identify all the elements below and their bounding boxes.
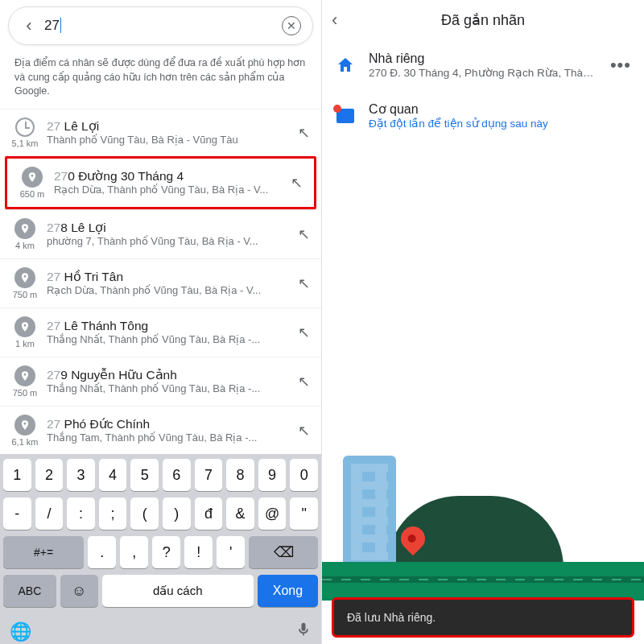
result-title: 278 Lê Lợi bbox=[47, 221, 293, 235]
label-sub: Đặt đột lần để tiện sử dụng sau này bbox=[369, 117, 631, 130]
more-icon[interactable]: ••• bbox=[610, 55, 631, 76]
labels-list: Nhà riêng270 Đ. 30 Tháng 4, Phường Rạch … bbox=[322, 40, 644, 141]
result-sub: Thắng Tam, Thành phố Vũng Tàu, Bà Rịa -.… bbox=[47, 431, 293, 444]
pin-icon bbox=[14, 415, 35, 436]
insert-arrow-icon[interactable]: ↖ bbox=[293, 275, 310, 292]
map-pin-icon bbox=[401, 526, 425, 551]
key[interactable]: ! bbox=[184, 536, 213, 568]
key[interactable]: & bbox=[226, 497, 254, 530]
key[interactable]: 8 bbox=[226, 459, 254, 491]
pin-icon bbox=[14, 365, 35, 386]
result-title: 27 Lê Thánh Tông bbox=[47, 319, 293, 333]
key[interactable]: " bbox=[290, 497, 318, 530]
key[interactable]: ⌫ bbox=[249, 536, 318, 568]
key[interactable]: @ bbox=[258, 497, 287, 530]
search-input[interactable]: 27 bbox=[38, 18, 282, 34]
key[interactable]: / bbox=[35, 497, 64, 530]
toast-text: Đã lưu Nhà riêng. bbox=[347, 611, 436, 624]
result-title: 270 Đường 30 Tháng 4 bbox=[54, 169, 286, 184]
result-title: 27 Phó Đức Chính bbox=[47, 417, 293, 431]
distance: 750 m bbox=[13, 388, 38, 398]
result-title: 279 Nguyễn Hữu Cảnh bbox=[47, 368, 293, 382]
globe-icon[interactable]: 🌐 bbox=[10, 621, 31, 642]
insert-arrow-icon[interactable]: ↖ bbox=[293, 124, 310, 142]
label-title: Cơ quan bbox=[369, 101, 631, 117]
key[interactable]: ; bbox=[99, 497, 127, 530]
illustration bbox=[322, 448, 644, 601]
search-result-row[interactable]: 1 km27 Lê Thánh TôngThắng Nhất, Thành ph… bbox=[0, 308, 321, 357]
search-result-row[interactable]: 750 m27 Hồ Tri TânRạch Dừa, Thành phố Vũ… bbox=[0, 258, 321, 308]
key[interactable]: 3 bbox=[67, 459, 95, 491]
back-icon[interactable]: ‹ bbox=[332, 10, 351, 31]
pin-icon bbox=[14, 267, 35, 288]
key[interactable]: đ bbox=[195, 497, 223, 530]
search-bar: ‹ 27 ✕ bbox=[8, 6, 313, 45]
privacy-note: Địa điểm cá nhân sẽ được dùng để đưa ra … bbox=[0, 50, 321, 109]
key[interactable]: 2 bbox=[35, 459, 64, 491]
pin-icon bbox=[14, 316, 35, 337]
back-icon[interactable]: ‹ bbox=[20, 15, 38, 36]
distance: 1 km bbox=[15, 339, 35, 349]
label-sub: 270 Đ. 30 Tháng 4, Phường Rạch Rừa, Thàn… bbox=[369, 66, 597, 79]
home-icon bbox=[335, 55, 356, 76]
pin-icon bbox=[14, 218, 35, 239]
key[interactable]: ' bbox=[217, 536, 245, 568]
result-sub: Thành phố Vũng Tàu, Bà Rịa - Vũng Tàu bbox=[47, 134, 293, 146]
history-icon bbox=[15, 118, 35, 137]
result-title: 27 Hồ Tri Tân bbox=[47, 270, 293, 284]
search-result-row[interactable]: 4 km278 Lê Lợiphường 7, Thành phố Vũng T… bbox=[0, 209, 321, 258]
key[interactable]: 6 bbox=[163, 459, 191, 491]
key[interactable]: - bbox=[3, 497, 31, 530]
keyboard-bottom-bar: 🌐 bbox=[0, 617, 321, 644]
result-sub: Thắng Nhất, Thành phố Vũng Tàu, Bà Rịa -… bbox=[47, 382, 293, 394]
toast: Đã lưu Nhà riêng. bbox=[332, 597, 634, 638]
label-title: Nhà riêng bbox=[369, 52, 597, 66]
key[interactable]: 9 bbox=[258, 459, 287, 491]
insert-arrow-icon[interactable]: ↖ bbox=[293, 324, 310, 341]
insert-arrow-icon[interactable]: ↖ bbox=[286, 174, 303, 192]
work-icon bbox=[335, 105, 356, 126]
label-item[interactable]: Cơ quanĐặt đột lần để tiện sử dụng sau n… bbox=[322, 90, 644, 141]
result-sub: Rạch Dừa, Thành phố Vũng Tàu, Bà Rịa - V… bbox=[54, 184, 286, 196]
key[interactable]: dấu cách bbox=[102, 575, 254, 607]
clear-icon[interactable]: ✕ bbox=[282, 16, 301, 35]
search-result-row[interactable]: 5,1 km27 Lê LợiThành phố Vũng Tàu, Bà Rị… bbox=[0, 109, 321, 156]
result-sub: Rạch Dừa, Thành phố Vũng Tàu, Bà Rịa - V… bbox=[47, 284, 293, 296]
insert-arrow-icon[interactable]: ↖ bbox=[293, 422, 310, 440]
key[interactable]: 1 bbox=[3, 459, 31, 491]
distance: 5,1 km bbox=[11, 138, 38, 148]
key[interactable]: . bbox=[88, 536, 116, 568]
mic-icon[interactable] bbox=[295, 621, 312, 642]
key[interactable]: , bbox=[120, 536, 148, 568]
label-item[interactable]: Nhà riêng270 Đ. 30 Tháng 4, Phường Rạch … bbox=[322, 40, 644, 90]
search-result-row[interactable]: 6,1 km27 Phó Đức ChínhThắng Tam, Thành p… bbox=[0, 406, 321, 455]
search-text: 27 bbox=[44, 18, 61, 33]
key[interactable]: ABC bbox=[3, 575, 56, 607]
distance: 650 m bbox=[20, 189, 45, 199]
key[interactable]: 7 bbox=[195, 459, 223, 491]
page-title: Đã gắn nhãn bbox=[351, 11, 634, 29]
distance: 750 m bbox=[13, 290, 38, 299]
key[interactable]: ) bbox=[163, 497, 191, 530]
results-list: 5,1 km27 Lê LợiThành phố Vũng Tàu, Bà Rị… bbox=[0, 109, 321, 455]
key[interactable]: ? bbox=[152, 536, 180, 568]
key[interactable]: : bbox=[67, 497, 95, 530]
distance: 4 km bbox=[15, 241, 35, 250]
result-title: 27 Lê Lợi bbox=[47, 119, 293, 134]
key[interactable]: ( bbox=[130, 497, 159, 530]
distance: 6,1 km bbox=[11, 437, 38, 447]
result-sub: Thắng Nhất, Thành phố Vũng Tàu, Bà Rịa -… bbox=[47, 333, 293, 345]
insert-arrow-icon[interactable]: ↖ bbox=[293, 373, 310, 390]
insert-arrow-icon[interactable]: ↖ bbox=[293, 225, 310, 243]
key[interactable]: 4 bbox=[99, 459, 127, 491]
key[interactable]: 5 bbox=[130, 459, 159, 491]
key[interactable]: #+= bbox=[3, 536, 84, 568]
key[interactable]: ☺ bbox=[60, 575, 98, 607]
key[interactable]: Xong bbox=[258, 575, 318, 607]
search-result-row[interactable]: 750 m279 Nguyễn Hữu CảnhThắng Nhất, Thàn… bbox=[0, 357, 321, 406]
search-result-row[interactable]: 650 m270 Đường 30 Tháng 4Rạch Dừa, Thành… bbox=[5, 156, 316, 209]
pin-icon bbox=[22, 167, 43, 188]
keyboard: 1234567890 -/:;()đ&@" #+=.,?!'⌫ ABC☺dấu … bbox=[0, 454, 321, 617]
result-sub: phường 7, Thành phố Vũng Tàu, Bà Rịa - V… bbox=[47, 235, 293, 247]
key[interactable]: 0 bbox=[290, 459, 318, 491]
